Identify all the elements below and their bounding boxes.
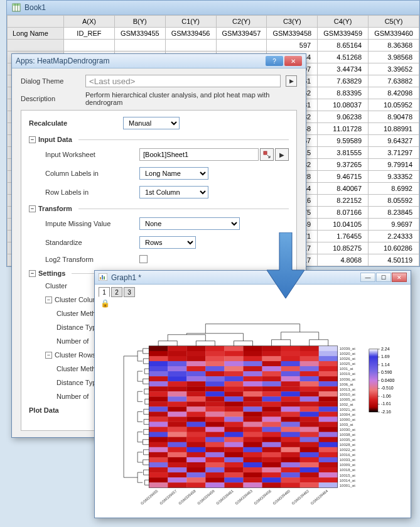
cell[interactable]: 10.05952 — [369, 99, 419, 111]
graph-titlebar[interactable]: Graph1 * — ☐ ✕ — [95, 271, 411, 285]
cell[interactable]: 9.37265 — [318, 159, 369, 171]
close-button[interactable]: ✕ — [284, 56, 302, 66]
cell[interactable]: 9.79914 — [369, 159, 419, 171]
col-header[interactable]: C4(Y) — [318, 16, 369, 28]
cell[interactable]: 9.9697 — [369, 219, 419, 231]
help-button[interactable]: ? — [266, 56, 283, 66]
dialog-theme-input[interactable] — [85, 75, 281, 87]
cell[interactable]: 8.22152 — [318, 195, 369, 207]
cell[interactable]: ID_REF — [64, 28, 115, 40]
input-data-toggle[interactable]: − — [29, 136, 36, 143]
cell[interactable]: 3.44734 — [318, 63, 369, 75]
cell[interactable]: 10.08037 — [318, 99, 369, 111]
row-header[interactable] — [8, 40, 64, 52]
svg-rect-173 — [224, 427, 243, 432]
svg-rect-176 — [281, 427, 300, 432]
cell[interactable]: 3.71297 — [369, 147, 419, 159]
svg-rect-157 — [300, 417, 319, 422]
col-header[interactable]: A(X) — [64, 16, 115, 28]
cell[interactable] — [64, 40, 115, 52]
svg-rect-147 — [300, 411, 319, 416]
cell[interactable]: 8.23845 — [369, 207, 419, 219]
heatmap-plot[interactable]: 10039_at10020_at10026_at10025_at1001_at1… — [99, 308, 407, 522]
log2-checkbox[interactable] — [139, 255, 148, 263]
cell[interactable]: 11.01728 — [318, 123, 369, 135]
range-flyout-button[interactable]: ▶ — [275, 148, 289, 161]
svg-rect-111 — [186, 396, 205, 401]
cell[interactable]: 7.63882 — [369, 75, 419, 87]
cell[interactable]: GSM339455 — [114, 28, 165, 40]
cluster-rows-toggle[interactable]: − — [45, 352, 52, 359]
cell[interactable] — [114, 40, 165, 52]
row-labels-select[interactable]: 1st Column — [139, 186, 208, 198]
cell[interactable]: 1.76455 — [318, 231, 369, 242]
col-header[interactable]: C3(Y) — [267, 16, 318, 28]
cluster-cols-toggle[interactable]: − — [45, 296, 52, 303]
standardize-select[interactable]: Rows — [139, 236, 196, 249]
svg-text:10035_at: 10035_at — [340, 438, 355, 442]
select-range-button[interactable] — [260, 148, 274, 161]
svg-rect-224 — [243, 452, 262, 457]
cell[interactable]: GSM339460 — [369, 28, 419, 40]
layer-tab-3[interactable]: 3 — [124, 287, 135, 297]
svg-rect-50 — [168, 366, 186, 371]
svg-rect-226 — [281, 452, 300, 457]
cell[interactable]: 597 — [267, 40, 318, 52]
cell[interactable]: 4.8068 — [318, 254, 369, 266]
svg-rect-285 — [262, 482, 281, 487]
cell[interactable]: 8.42098 — [369, 87, 419, 99]
cell[interactable]: 2.24333 — [369, 231, 419, 242]
cell[interactable]: 8.83395 — [318, 87, 369, 99]
cell[interactable]: 9.33352 — [369, 171, 419, 183]
graph-close-button[interactable]: ✕ — [392, 273, 407, 282]
cell[interactable]: 8.90478 — [369, 111, 419, 123]
svg-rect-18 — [319, 346, 338, 351]
cell[interactable]: 3.81555 — [318, 147, 369, 159]
cell[interactable]: 8.05592 — [369, 195, 419, 207]
col-header[interactable]: C1(Y) — [165, 16, 216, 28]
settings-toggle[interactable]: − — [29, 270, 36, 277]
cell[interactable]: 8.36368 — [369, 40, 419, 52]
cell[interactable]: 8.65164 — [318, 40, 369, 52]
cell[interactable]: 4.51268 — [318, 52, 369, 63]
cell[interactable]: 9.59589 — [318, 135, 369, 147]
svg-rect-244 — [243, 462, 262, 467]
cell[interactable]: 8.07166 — [318, 207, 369, 219]
col-header[interactable]: C2(Y) — [216, 16, 267, 28]
input-worksheet-field[interactable] — [139, 148, 259, 161]
cell[interactable]: GSM339457 — [216, 28, 267, 40]
cell[interactable]: 10.88991 — [369, 123, 419, 135]
transform-toggle[interactable]: − — [29, 205, 36, 212]
cell[interactable]: 9.06238 — [318, 111, 369, 123]
cell[interactable]: 10.04105 — [318, 219, 369, 231]
cell[interactable]: 9.46715 — [318, 171, 369, 183]
cell[interactable]: GSM339459 — [318, 28, 369, 40]
cell[interactable] — [165, 40, 216, 52]
minimize-button[interactable]: — — [360, 273, 375, 282]
cell[interactable]: GSM339456 — [165, 28, 216, 40]
svg-rect-20 — [168, 351, 186, 356]
layer-tab-1[interactable]: 1 — [99, 287, 110, 297]
cell[interactable]: 4.50119 — [369, 254, 419, 266]
cell[interactable]: 8.40067 — [318, 183, 369, 195]
cell[interactable]: 9.64327 — [369, 135, 419, 147]
cell[interactable]: 3.39652 — [369, 63, 419, 75]
cell[interactable] — [216, 40, 267, 52]
theme-flyout-button[interactable]: ▶ — [286, 75, 297, 87]
dialog-titlebar[interactable]: Apps: HeatMapDendrogram ? ✕ — [12, 54, 306, 68]
cell[interactable]: 8.6992 — [369, 183, 419, 195]
cell[interactable]: 10.85275 — [318, 242, 369, 254]
maximize-button[interactable]: ☐ — [376, 273, 391, 282]
recalculate-select[interactable]: Manual — [123, 117, 180, 129]
col-header[interactable]: B(Y) — [114, 16, 165, 28]
layer-tab-2[interactable]: 2 — [111, 287, 122, 297]
cell[interactable]: 10.60286 — [369, 242, 419, 254]
cell[interactable]: GSM339458 — [267, 28, 318, 40]
impute-select[interactable]: None — [139, 217, 240, 230]
svg-rect-255 — [262, 467, 281, 472]
cell[interactable]: 3.98568 — [369, 52, 419, 63]
column-labels-select[interactable]: Long Name — [139, 167, 208, 180]
col-header[interactable]: C5(Y) — [369, 16, 419, 28]
svg-rect-37 — [300, 356, 319, 361]
cell[interactable]: 7.63829 — [318, 75, 369, 87]
